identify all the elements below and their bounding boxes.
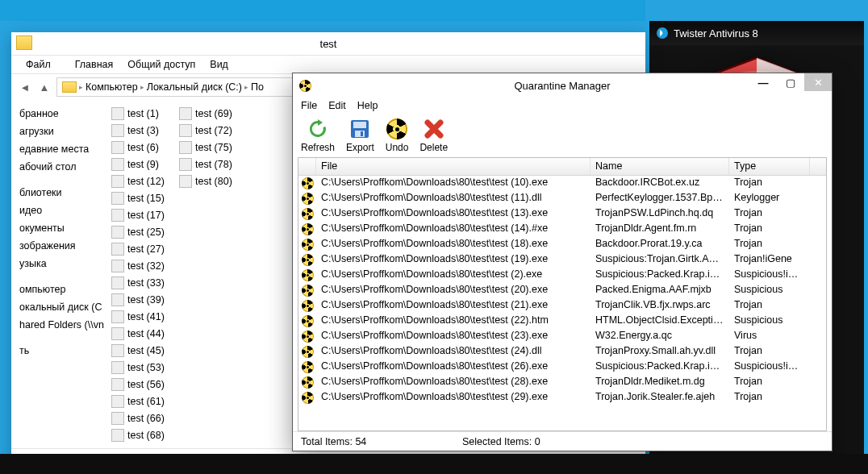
svg-rect-3 — [353, 122, 366, 128]
close-button[interactable]: ✕ — [804, 73, 832, 91]
file-item[interactable]: test (61) — [111, 393, 179, 410]
file-item[interactable]: test (45) — [111, 342, 179, 359]
delete-button[interactable]: Delete — [419, 118, 448, 153]
file-item[interactable]: test (68) — [111, 426, 179, 443]
file-item[interactable]: test (17) — [111, 206, 179, 223]
cell-file: C:\Users\Proffkom\Downloads\80\test\test… — [316, 283, 590, 298]
file-label: test (32) — [127, 260, 165, 272]
table-row[interactable]: C:\Users\Proffkom\Downloads\80\test\test… — [298, 222, 826, 237]
sidebar-item[interactable]: ть — [16, 342, 108, 360]
file-item[interactable]: test (75) — [179, 139, 247, 156]
table-row[interactable]: C:\Users\Proffkom\Downloads\80\test\test… — [298, 268, 826, 283]
file-label: test (80) — [195, 176, 232, 187]
file-item[interactable]: test (80) — [179, 173, 247, 189]
file-item[interactable]: test (6) — [111, 139, 179, 156]
crumb-computer[interactable]: Компьютер — [86, 81, 138, 93]
file-item[interactable]: test (32) — [111, 257, 179, 274]
file-item[interactable]: test (1) — [111, 105, 179, 122]
total-value: 54 — [355, 436, 366, 447]
qm-titlebar[interactable]: Quarantine Manager — ▢ ✕ — [293, 73, 832, 98]
file-item[interactable]: test (41) — [111, 308, 179, 325]
crumb-trunc[interactable]: По — [251, 81, 264, 93]
ribbon-tab-share[interactable]: Общий доступ — [127, 59, 195, 70]
file-item[interactable]: test (78) — [179, 156, 247, 173]
file-item[interactable]: test (15) — [111, 189, 179, 206]
sidebar-item[interactable]: узыка — [16, 255, 108, 272]
minimize-button[interactable]: — — [749, 73, 777, 91]
file-icon — [111, 141, 124, 154]
table-row[interactable]: C:\Users\Proffkom\Downloads\80\test\test… — [298, 360, 826, 375]
cell-name: TrojanClik.VB.fjx.rwps.arc — [590, 298, 729, 314]
file-item[interactable]: test (39) — [111, 291, 179, 308]
file-icon — [111, 276, 124, 289]
explorer-titlebar[interactable]: test — [11, 32, 645, 55]
twister-titlebar[interactable]: Twister Antivirus 8 — [649, 21, 864, 45]
file-label: test (66) — [127, 413, 165, 424]
sidebar-item[interactable]: агрузки — [16, 123, 108, 140]
ribbon-tab-home[interactable]: Главная — [75, 59, 114, 70]
file-item[interactable]: test (12) — [111, 173, 179, 189]
cell-file: C:\Users\Proffkom\Downloads\80\test\test… — [316, 206, 590, 222]
table-row[interactable]: C:\Users\Proffkom\Downloads\80\test\test… — [298, 252, 826, 268]
sidebar-item[interactable]: hared Folders (\\vn — [16, 316, 108, 334]
table-row[interactable]: C:\Users\Proffkom\Downloads\80\test\test… — [298, 176, 826, 191]
refresh-button[interactable]: Refresh — [301, 118, 335, 153]
file-item[interactable]: test (69) — [179, 105, 247, 122]
file-item[interactable]: test (56) — [111, 376, 179, 393]
table-row[interactable]: C:\Users\Proffkom\Downloads\80\test\test… — [298, 329, 826, 344]
col-name[interactable]: Name — [590, 158, 729, 175]
cell-name: Suspicious:Packed.Krap.iu.ytt… — [590, 360, 729, 375]
maximize-button[interactable]: ▢ — [777, 73, 804, 91]
file-item[interactable]: test (72) — [179, 122, 247, 139]
ribbon-tab-view[interactable]: Вид — [210, 59, 228, 70]
cell-file: C:\Users\Proffkom\Downloads\80\test\test… — [316, 268, 590, 283]
table-row[interactable]: C:\Users\Proffkom\Downloads\80\test\test… — [298, 191, 826, 206]
sidebar-item[interactable]: блиотеки — [16, 184, 108, 202]
menu-help[interactable]: Help — [357, 100, 378, 111]
file-icon — [111, 226, 124, 239]
table-row[interactable]: C:\Users\Proffkom\Downloads\80\test\test… — [298, 375, 826, 390]
file-item[interactable]: test (3) — [111, 122, 179, 139]
sidebar-item[interactable]: окументы — [16, 219, 108, 237]
file-item[interactable]: test (25) — [111, 223, 179, 240]
col-file[interactable]: File — [316, 158, 590, 175]
table-row[interactable]: C:\Users\Proffkom\Downloads\80\test\test… — [298, 314, 826, 329]
sidebar-item[interactable]: омпьютер — [16, 281, 108, 298]
sidebar-item[interactable]: едавние места — [16, 140, 108, 158]
file-item[interactable]: test (44) — [111, 325, 179, 342]
table-row[interactable]: C:\Users\Proffkom\Downloads\80\test\test… — [298, 283, 826, 298]
table-row[interactable]: C:\Users\Proffkom\Downloads\80\test\test… — [298, 298, 826, 314]
menu-edit[interactable]: Edit — [328, 100, 346, 111]
file-label: test (1) — [127, 108, 159, 119]
file-label: test (12) — [127, 176, 165, 187]
file-icon — [111, 158, 124, 171]
crumb-disk[interactable]: Локальный диск (C:) — [147, 81, 242, 93]
file-item[interactable]: test (53) — [111, 359, 179, 376]
file-icon — [111, 378, 124, 391]
sidebar-item[interactable]: бранное — [16, 105, 108, 123]
nav-up-icon[interactable]: ▲ — [37, 80, 52, 94]
menu-file[interactable]: File — [301, 100, 317, 111]
file-label: test (44) — [127, 328, 165, 339]
sidebar-item[interactable]: абочий стол — [16, 158, 108, 176]
ribbon-file-tab[interactable]: Файл — [16, 56, 61, 73]
file-item[interactable]: test (27) — [111, 240, 179, 257]
sidebar-item[interactable]: окальный диск (С — [16, 298, 108, 316]
file-item[interactable]: test (9) — [111, 156, 179, 173]
col-type[interactable]: Type — [729, 158, 810, 175]
sidebar-item[interactable]: зображения — [16, 237, 108, 255]
undo-button[interactable]: Undo — [386, 118, 409, 153]
svg-rect-5 — [361, 131, 363, 136]
export-button[interactable]: Export — [346, 118, 374, 153]
file-item[interactable]: test (33) — [111, 274, 179, 291]
cell-name: Suspicious:Trojan.Girtk.AED… — [590, 252, 729, 268]
table-row[interactable]: C:\Users\Proffkom\Downloads\80\test\test… — [298, 344, 826, 360]
table-row[interactable]: C:\Users\Proffkom\Downloads\80\test\test… — [298, 237, 826, 252]
nav-back-icon[interactable]: ◄ — [18, 80, 32, 94]
file-item[interactable]: test (66) — [111, 410, 179, 426]
taskbar[interactable] — [0, 454, 868, 474]
table-row[interactable]: C:\Users\Proffkom\Downloads\80\test\test… — [298, 206, 826, 222]
sidebar-item[interactable]: идео — [16, 202, 108, 219]
table-row[interactable]: C:\Users\Proffkom\Downloads\80\test\test… — [298, 390, 826, 405]
file-icon — [111, 344, 124, 357]
